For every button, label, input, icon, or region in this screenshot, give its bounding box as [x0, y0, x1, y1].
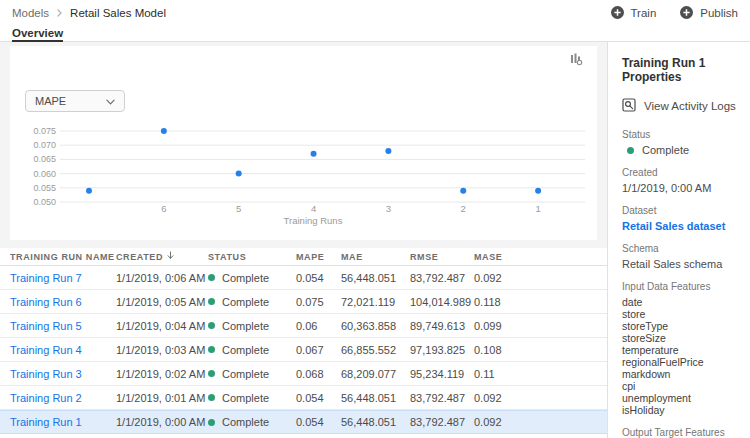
dataset-label: Dataset: [622, 205, 750, 216]
run-status: Complete: [208, 392, 296, 404]
input-feature-item: storeSize: [622, 332, 750, 344]
breadcrumb-item-models[interactable]: Models: [12, 7, 49, 19]
schema-label: Schema: [622, 243, 750, 254]
x-axis-title: Training Runs: [284, 215, 343, 226]
table-header: TRAINING RUN NAME CREATED STATUS MAPE MA…: [0, 248, 607, 266]
output-features-field: Output Target Features weeklySales: [622, 427, 750, 438]
column-header-mae[interactable]: MAE: [341, 252, 410, 262]
run-name-link[interactable]: Training Run 5: [10, 320, 116, 332]
column-header-created[interactable]: CREATED: [116, 251, 208, 262]
input-feature-item: regionalFuelPrice: [622, 356, 750, 368]
status-dot-icon: [208, 394, 215, 401]
status-text: Complete: [222, 296, 269, 308]
mape-chart: 0.0750.0700.0650.0600.0550.050654321Trai…: [10, 46, 597, 240]
input-features-field: Input Data Features datestorestoreTypest…: [622, 281, 750, 416]
input-feature-item: date: [622, 296, 750, 308]
schema-field: Schema Retail Sales schema: [622, 243, 750, 270]
table-body: Training Run 71/1/2019, 0:06 AMComplete0…: [0, 266, 607, 434]
run-mae: 56,448.051: [341, 392, 410, 404]
y-tick-label: 0.050: [33, 197, 56, 207]
status-text: Complete: [222, 368, 269, 380]
run-mape: 0.06: [296, 320, 341, 332]
run-name-link[interactable]: Training Run 1: [10, 416, 116, 428]
breadcrumb-current: Retail Sales Model: [70, 7, 166, 19]
table-row[interactable]: Training Run 21/1/2019, 0:01 AMComplete0…: [0, 386, 607, 410]
status-text: Complete: [222, 272, 269, 284]
table-row[interactable]: Training Run 31/1/2019, 0:02 AMComplete0…: [0, 362, 607, 386]
table-row[interactable]: Training Run 71/1/2019, 0:06 AMComplete0…: [0, 266, 607, 290]
train-button[interactable]: Train: [611, 6, 657, 21]
status-label: Status: [622, 129, 750, 140]
input-feature-item: cpi: [622, 380, 750, 392]
run-rmse: 83,792.487: [410, 272, 474, 284]
status-text: Complete: [222, 320, 269, 332]
run-mase: 0.108: [474, 344, 607, 356]
run-mape: 0.054: [296, 272, 341, 284]
run-mase: 0.099: [474, 320, 607, 332]
run-name-link[interactable]: Training Run 4: [10, 344, 116, 356]
table-row[interactable]: Training Run 41/1/2019, 0:03 AMComplete0…: [0, 338, 607, 362]
publish-button[interactable]: Publish: [680, 6, 738, 21]
created-field: Created 1/1/2019, 0:00 AM: [622, 167, 750, 194]
run-created: 1/1/2019, 0:02 AM: [116, 368, 208, 380]
tab-overview[interactable]: Overview: [12, 26, 63, 42]
document-magnifier-icon: [622, 98, 636, 114]
y-tick-label: 0.060: [33, 169, 56, 179]
run-mase: 0.092: [474, 272, 607, 284]
run-mape: 0.067: [296, 344, 341, 356]
table-row[interactable]: Training Run 51/1/2019, 0:04 AMComplete0…: [0, 314, 607, 338]
column-header-mape[interactable]: MAPE: [296, 252, 341, 262]
chart-point-run-3: [385, 148, 391, 154]
main-area: MAPE 0.0750.0700.0650.0600.0550.05065432…: [0, 42, 607, 438]
plus-circle-icon: [680, 6, 693, 21]
view-activity-logs-button[interactable]: View Activity Logs: [622, 98, 750, 114]
run-mase: 0.092: [474, 392, 607, 404]
chevron-right-icon: [57, 7, 62, 19]
run-name-link[interactable]: Training Run 7: [10, 272, 116, 284]
table-row[interactable]: Training Run 61/1/2019, 0:05 AMComplete0…: [0, 290, 607, 314]
x-tick-label: 3: [386, 203, 391, 214]
run-created: 1/1/2019, 0:04 AM: [116, 320, 208, 332]
run-status: Complete: [208, 296, 296, 308]
run-rmse: 89,749.613: [410, 320, 474, 332]
run-mae: 72,021.119: [341, 296, 410, 308]
run-mase: 0.11: [474, 368, 607, 380]
column-header-status[interactable]: STATUS: [208, 252, 296, 262]
dataset-link[interactable]: Retail Sales dataset: [622, 220, 750, 232]
run-mae: 60,363.858: [341, 320, 410, 332]
run-name-link[interactable]: Training Run 2: [10, 392, 116, 404]
x-tick-label: 1: [535, 203, 540, 214]
schema-value: Retail Sales schema: [622, 258, 750, 270]
status-dot-icon: [208, 346, 215, 353]
input-features-label: Input Data Features: [622, 281, 750, 292]
chart-point-run-7: [86, 188, 92, 194]
column-header-rmse[interactable]: RMSE: [410, 252, 474, 262]
column-header-mase[interactable]: MASE: [474, 252, 607, 262]
input-feature-item: isHoliday: [622, 404, 750, 416]
run-mape: 0.075: [296, 296, 341, 308]
view-activity-logs-label: View Activity Logs: [644, 100, 736, 112]
created-value: 1/1/2019, 0:00 AM: [622, 182, 750, 194]
run-name-link[interactable]: Training Run 3: [10, 368, 116, 380]
breadcrumb: Models Retail Sales Model: [12, 7, 166, 19]
input-feature-item: store: [622, 308, 750, 320]
chart-point-run-6: [161, 128, 167, 134]
run-mape: 0.054: [296, 392, 341, 404]
run-name-link[interactable]: Training Run 6: [10, 296, 116, 308]
column-header-training-run-name[interactable]: TRAINING RUN NAME: [10, 252, 116, 262]
run-mape: 0.068: [296, 368, 341, 380]
input-feature-item: storeType: [622, 320, 750, 332]
input-feature-item: temperature: [622, 344, 750, 356]
status-dot-icon: [208, 322, 215, 329]
chart-zone: MAPE 0.0750.0700.0650.0600.0550.05065432…: [0, 42, 607, 248]
table-row[interactable]: Training Run 11/1/2019, 0:00 AMComplete0…: [0, 410, 607, 434]
chart-point-run-1: [535, 188, 541, 194]
run-status: Complete: [208, 320, 296, 332]
run-rmse: 83,792.487: [410, 416, 474, 428]
input-feature-item: unemployment: [622, 392, 750, 404]
run-mae: 56,448.051: [341, 416, 410, 428]
status-text: Complete: [222, 416, 269, 428]
run-mase: 0.092: [474, 416, 607, 428]
publish-button-label: Publish: [700, 7, 738, 19]
status-dot-icon: [208, 419, 215, 426]
